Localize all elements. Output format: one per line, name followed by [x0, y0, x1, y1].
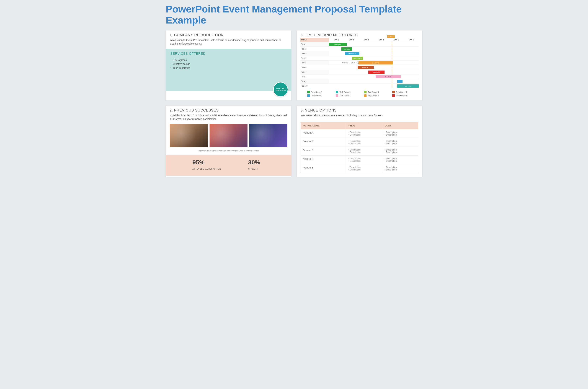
timeline-row: Task 10Due 00/00 — [300, 84, 419, 88]
venue-pros-cell: • Description• Description — [346, 164, 382, 173]
services-item: Tech integration — [170, 66, 287, 70]
badge-wrap: EVENT PRO INNOVATORS — [273, 82, 288, 97]
task-label: Task 6 — [300, 65, 329, 70]
gantt-bar: Milestone 1 — [345, 52, 359, 55]
stat1-label: ATTENDEE SATISFACTION — [192, 168, 229, 170]
venue-cons-cell: • Description• Description — [382, 155, 418, 164]
legend-swatch-icon — [307, 91, 310, 93]
gantt-bar: Due 00/00 — [341, 47, 352, 51]
legend-label: Task Owner 7 — [396, 91, 407, 93]
timeline-row: Task 7Due 00/00 — [300, 70, 419, 74]
services-title: SERVICES OFFERED — [170, 52, 287, 56]
card-venue-options: 5. VENUE OPTIONS Information about poten… — [297, 106, 422, 177]
gantt-bar: Due 00/00 — [358, 61, 393, 65]
venue-col-header: CONs — [382, 122, 418, 129]
body-venue: Information about potential event venues… — [297, 113, 422, 121]
card-company-intro: 1. COMPANY INTRODUCTION Introduction to … — [166, 31, 291, 100]
body-previous: Highlights from Tech Con 20XX with a 95%… — [166, 113, 291, 124]
legend-item: Task Owner 4 — [336, 95, 360, 97]
venue-row: Venue B• Description• Description• Descr… — [301, 138, 418, 147]
task-label: Task 8 — [300, 74, 329, 79]
venue-name-cell: Venue A — [301, 129, 346, 138]
venue-row: Venue E• Description• Description• Descr… — [301, 164, 418, 173]
gantt-bar: Due 00/00 — [368, 70, 384, 74]
services-item: Creative design — [170, 62, 287, 66]
legend-swatch-icon — [392, 91, 395, 93]
heading-company-intro: 1. COMPANY INTRODUCTION — [166, 31, 291, 38]
stats-strip: 95% ATTENDEE SATISFACTION 30% GROWTH — [166, 155, 291, 175]
legend-item: Task Owner 7 — [392, 91, 417, 93]
venue-name-cell: Venue C — [301, 147, 346, 155]
page-title: PowerPoint Event Management Proposal Tem… — [166, 3, 422, 26]
legend-label: Task Owner 2 — [311, 95, 322, 97]
legend-item: Task Owner 1 — [307, 91, 332, 93]
card-timeline: 8. TIMELINE AND MILESTONES TODAY TASKSDA… — [297, 31, 422, 100]
image-placeholder — [170, 124, 208, 147]
venue-cons-cell: • Description• Description — [382, 129, 418, 138]
image-placeholder — [209, 124, 248, 147]
legend-label: Task Owner 4 — [340, 95, 350, 97]
task-label: Task 7 — [300, 70, 329, 74]
images-row — [166, 124, 291, 147]
today-badge: TODAY — [387, 35, 395, 38]
legend-label: Task Owner 1 — [311, 91, 322, 93]
legend-label: Task Owner 6 — [368, 95, 379, 97]
legend-swatch-icon — [364, 91, 367, 93]
heading-timeline: 8. TIMELINE AND MILESTONES — [297, 31, 422, 38]
venue-cons-cell: • Description• Description — [382, 147, 418, 155]
legend-label: Task Owner 8 — [396, 95, 407, 97]
gantt-bar: Needs Review — [352, 57, 363, 60]
body-company-intro: Introduction to Event Pro Innovators, wi… — [166, 38, 291, 49]
timeline-rows: Task 1Due 00/00Task 2Due 00/00Task 3Mile… — [300, 42, 419, 88]
image-placeholder — [249, 124, 287, 147]
venue-name-cell: Venue E — [301, 164, 346, 173]
heading-venue: 5. VENUE OPTIONS — [297, 106, 422, 113]
gantt-bar: Due 00/00 — [397, 84, 419, 88]
task-label: Task 2 — [300, 47, 329, 51]
timeline-row: Task 2Due 00/00 — [300, 47, 419, 51]
venue-col-header: PROs — [346, 122, 382, 129]
stat1-num: 95% — [192, 159, 229, 166]
services-list: Key logisticsCreative designTech integra… — [170, 58, 287, 70]
task-label: Task 4 — [300, 56, 329, 60]
venue-pros-cell: • Description• Description — [346, 155, 382, 164]
timeline-row: Task 5Milestone 1 – 00/00Due 00/00 — [300, 61, 419, 65]
task-label: Task 9 — [300, 79, 329, 84]
legend-item: Task Owner 2 — [307, 95, 332, 97]
venue-col-header: VENUE NAME — [301, 122, 346, 129]
gantt-bar: Due 00/00 — [376, 75, 401, 78]
gantt-bar: Due 00/00 — [358, 66, 374, 69]
legend-swatch-icon — [307, 95, 310, 97]
task-label: Task 1 — [300, 42, 329, 46]
venue-row: Venue D• Description• Description• Descr… — [301, 155, 418, 164]
services-item: Key logistics — [170, 58, 287, 62]
stat2-num: 30% — [248, 159, 284, 166]
legend-item: Task Owner 5 — [364, 91, 389, 93]
timeline-row: Task 9 — [300, 79, 419, 84]
venue-pros-cell: • Description• Description — [346, 147, 382, 155]
legend-swatch-icon — [336, 95, 338, 97]
timeline-row: Task 1Due 00/00 — [300, 42, 419, 47]
legend-item: Task Owner 3 — [336, 91, 360, 93]
venue-pros-cell: • Description• Description — [346, 129, 382, 138]
stat2-label: GROWTH — [248, 168, 284, 170]
task-label: Task 5 — [300, 61, 329, 65]
task-label: Task 3 — [300, 51, 329, 56]
legend-label: Task Owner 3 — [340, 91, 350, 93]
timeline-row: Task 3Milestone 1 — [300, 51, 419, 56]
timeline-row: Task 4Needs Review — [300, 56, 419, 61]
venue-name-cell: Venue B — [301, 138, 346, 147]
legend-swatch-icon — [392, 95, 395, 97]
venue-table: VENUE NAMEPROsCONs Venue A• Description•… — [301, 122, 418, 173]
legend-item: Task Owner 8 — [392, 95, 417, 97]
card-previous-successes: 2. PREVIOUS SUCCESSES Highlights from Te… — [166, 106, 291, 177]
timeline-row: Task 8Due 00/00 — [300, 74, 419, 79]
timeline-row: Task 6Due 00/00 — [300, 65, 419, 70]
services-box: SERVICES OFFERED Key logisticsCreative d… — [166, 49, 291, 91]
legend-swatch-icon — [364, 95, 367, 97]
task-label: Task 10 — [300, 84, 329, 88]
venue-cons-cell: • Description• Description — [382, 138, 418, 147]
venue-name-cell: Venue D — [301, 155, 346, 164]
gantt-bar: Due 00/00 — [329, 43, 347, 46]
venue-cons-cell: • Description• Description — [382, 164, 418, 173]
